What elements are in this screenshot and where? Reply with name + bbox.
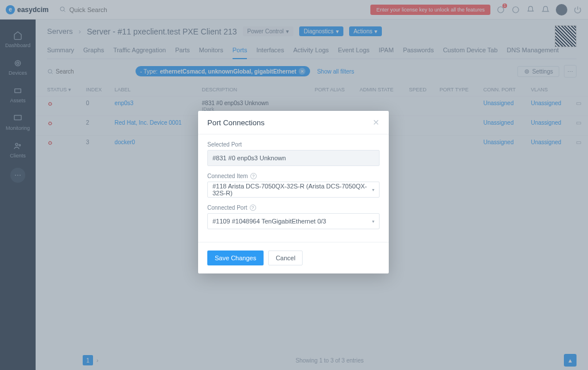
field-connected-item: Connected Item ? #118 Arista DCS-7050QX-… bbox=[207, 173, 380, 198]
modal-body: Selected Port Connected Item ? #118 Aris… bbox=[198, 134, 389, 236]
modal-title: Port Connections bbox=[207, 118, 265, 127]
connected-port-select[interactable]: #1109 #1048964 TenGigabitEthernet 0/3 ▾ bbox=[207, 213, 380, 229]
modal-footer: Save Changes Cancel bbox=[198, 242, 389, 273]
chevron-down-icon: ▾ bbox=[372, 187, 374, 192]
field-connected-port: Connected Port ? #1109 #1048964 TenGigab… bbox=[207, 205, 380, 229]
save-button[interactable]: Save Changes bbox=[207, 250, 264, 265]
help-icon[interactable]: ? bbox=[250, 173, 257, 179]
port-connections-modal: Port Connections ✕ Selected Port Connect… bbox=[198, 111, 389, 273]
modal-close-button[interactable]: ✕ bbox=[373, 118, 380, 127]
field-selected-port: Selected Port bbox=[207, 141, 380, 166]
help-icon[interactable]: ? bbox=[250, 205, 256, 211]
modal-header: Port Connections ✕ bbox=[198, 111, 389, 134]
connected-item-select[interactable]: #118 Arista DCS-7050QX-32S-R (Arista DCS… bbox=[207, 182, 380, 198]
selected-port-input bbox=[207, 150, 380, 166]
field-label: Connected Port ? bbox=[207, 205, 380, 211]
cancel-button[interactable]: Cancel bbox=[268, 250, 303, 265]
field-label: Selected Port bbox=[207, 141, 380, 148]
chevron-down-icon: ▾ bbox=[372, 219, 374, 224]
field-label: Connected Item ? bbox=[207, 173, 380, 179]
